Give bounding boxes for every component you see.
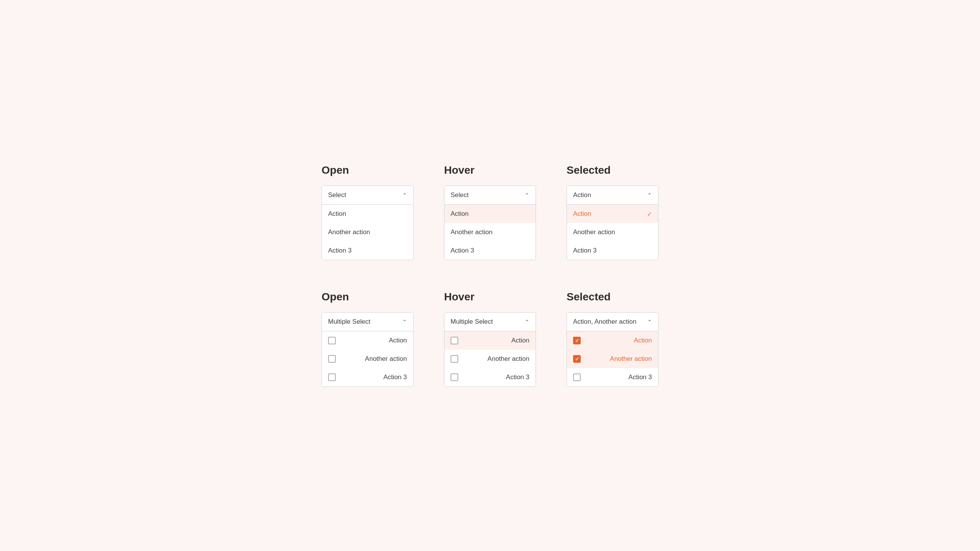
checkbox-another-selected[interactable] xyxy=(573,355,581,363)
dropdown-item-action3-open-single[interactable]: Action 3 xyxy=(322,241,413,260)
checkbox-action-selected[interactable] xyxy=(573,337,581,344)
dropdown-item-action-selected-single[interactable]: Action ✓ xyxy=(567,205,658,223)
item-label: Another action xyxy=(451,228,493,236)
dropdown-item-another-hover-multi[interactable]: Another action xyxy=(444,350,536,368)
item-label-action-hover-multi: Action xyxy=(511,337,529,344)
item-label-action-selected-multi: Action xyxy=(634,337,652,344)
dropdown-item-action3-selected-multi[interactable]: Action 3 xyxy=(567,368,658,386)
dropdown-item-another-selected-multi[interactable]: Another action xyxy=(567,350,658,368)
item-label-action3-selected-multi: Action 3 xyxy=(629,373,652,381)
item-label-another-hover-multi: Another action xyxy=(487,355,529,363)
main-container: Open Select ⌃ Action Another action xyxy=(291,141,689,410)
checkbox-action3-selected[interactable] xyxy=(573,373,581,381)
dropdown-selected-single[interactable]: Action ⌃ Action ✓ Another action Action … xyxy=(567,186,658,260)
dropdown-item-action-open-single[interactable]: Action xyxy=(322,205,413,223)
dropdown-item-another-hover-single[interactable]: Another action xyxy=(444,223,536,241)
dropdown-item-action3-selected-single[interactable]: Action 3 xyxy=(567,241,658,260)
dropdown-item-action3-hover-multi[interactable]: Action 3 xyxy=(444,368,536,386)
column-title-selected-multi: Selected xyxy=(567,291,658,303)
column-open-multi: Open Multiple Select ⌃ Action Another ac… xyxy=(322,291,413,387)
dropdown-item-action3-hover-single[interactable]: Action 3 xyxy=(444,241,536,260)
chevron-up-icon-hover-single: ⌃ xyxy=(525,192,529,198)
dropdown-list-hover-single: Action Another action Action 3 xyxy=(444,205,536,260)
dropdown-hover-multi[interactable]: Multiple Select ⌃ Action Another action … xyxy=(444,312,536,387)
column-title-open: Open xyxy=(322,164,413,176)
dropdown-list-selected-multi: Action Another action Action 3 xyxy=(567,331,658,386)
dropdown-list-hover-multi: Action Another action Action 3 xyxy=(444,331,536,386)
chevron-up-icon-hover-multi: ⌃ xyxy=(525,319,529,325)
chevron-up-icon-selected-single: ⌃ xyxy=(647,192,652,198)
dropdown-header-open-multi[interactable]: Multiple Select ⌃ xyxy=(322,313,413,331)
dropdown-item-another-open-multi[interactable]: Another action xyxy=(322,350,413,368)
checkbox-action-open[interactable] xyxy=(328,337,336,344)
column-open-single: Open Select ⌃ Action Another action xyxy=(322,164,413,260)
dropdown-header-text-selected-multi: Action, Another action xyxy=(573,318,636,326)
dropdown-header-hover-single[interactable]: Select ⌃ xyxy=(444,186,536,205)
chevron-up-icon-open-single: ⌃ xyxy=(402,192,407,198)
item-label-another-selected-multi: Another action xyxy=(610,355,652,363)
check-icon: ✓ xyxy=(647,210,652,218)
dropdown-header-selected-single[interactable]: Action ⌃ xyxy=(567,186,658,205)
dropdown-item-action-selected-multi[interactable]: Action xyxy=(567,331,658,350)
column-selected-single: Selected Action ⌃ Action ✓ Another actio… xyxy=(567,164,658,260)
single-select-row: Open Select ⌃ Action Another action xyxy=(322,164,658,260)
dropdown-header-text-open-multi: Multiple Select xyxy=(328,318,371,326)
checkbox-action3-hover[interactable] xyxy=(451,373,458,381)
dropdown-header-text-selected-single: Action xyxy=(573,191,591,199)
dropdown-item-action-hover-multi[interactable]: Action xyxy=(444,331,536,350)
dropdown-item-another-selected-single[interactable]: Another action xyxy=(567,223,658,241)
dropdown-header-text-open-single: Select xyxy=(328,191,346,199)
dropdown-selected-multi[interactable]: Action, Another action ⌃ Action Another … xyxy=(567,312,658,387)
column-selected-multi: Selected Action, Another action ⌃ Action… xyxy=(567,291,658,387)
item-label: Action xyxy=(451,210,469,218)
item-label: Action xyxy=(573,210,591,218)
column-title-hover-multi: Hover xyxy=(444,291,536,303)
item-label: Action xyxy=(328,210,346,218)
column-title-hover: Hover xyxy=(444,164,536,176)
item-label-action-open-multi: Action xyxy=(389,337,407,344)
column-title-open-multi: Open xyxy=(322,291,413,303)
dropdown-item-action3-open-multi[interactable]: Action 3 xyxy=(322,368,413,386)
chevron-up-icon-open-multi: ⌃ xyxy=(402,319,407,325)
chevron-up-icon-selected-multi: ⌃ xyxy=(647,319,652,325)
multi-select-row: Open Multiple Select ⌃ Action Another ac… xyxy=(322,291,658,387)
dropdown-header-text-hover-single: Select xyxy=(451,191,469,199)
checkbox-another-hover[interactable] xyxy=(451,355,458,363)
item-label-action3-open-multi: Action 3 xyxy=(384,373,407,381)
dropdown-header-selected-multi[interactable]: Action, Another action ⌃ xyxy=(567,313,658,331)
dropdown-list-open-multi: Action Another action Action 3 xyxy=(322,331,413,386)
dropdown-hover-single[interactable]: Select ⌃ Action Another action Action 3 xyxy=(444,186,536,260)
dropdown-open-multi[interactable]: Multiple Select ⌃ Action Another action … xyxy=(322,312,413,387)
column-hover-single: Hover Select ⌃ Action Another action xyxy=(444,164,536,260)
column-hover-multi: Hover Multiple Select ⌃ Action Another a… xyxy=(444,291,536,387)
dropdown-header-hover-multi[interactable]: Multiple Select ⌃ xyxy=(444,313,536,331)
checkbox-another-open[interactable] xyxy=(328,355,336,363)
checkbox-action-hover[interactable] xyxy=(451,337,458,344)
dropdown-item-action-open-multi[interactable]: Action xyxy=(322,331,413,350)
item-label: Another action xyxy=(328,228,370,236)
dropdown-item-another-open-single[interactable]: Another action xyxy=(322,223,413,241)
item-label-action3-hover-multi: Action 3 xyxy=(506,373,529,381)
item-label: Action 3 xyxy=(328,247,351,254)
item-label: Action 3 xyxy=(573,247,596,254)
item-label: Action 3 xyxy=(451,247,474,254)
dropdown-header-text-hover-multi: Multiple Select xyxy=(451,318,493,326)
dropdown-list-selected-single: Action ✓ Another action Action 3 xyxy=(567,205,658,260)
item-label: Another action xyxy=(573,228,615,236)
dropdown-list-open-single: Action Another action Action 3 xyxy=(322,205,413,260)
checkbox-action3-open[interactable] xyxy=(328,373,336,381)
item-label-another-open-multi: Another action xyxy=(365,355,407,363)
dropdown-item-action-hover-single[interactable]: Action xyxy=(444,205,536,223)
dropdown-open-single[interactable]: Select ⌃ Action Another action Action 3 xyxy=(322,186,413,260)
column-title-selected: Selected xyxy=(567,164,658,176)
dropdown-header-open-single[interactable]: Select ⌃ xyxy=(322,186,413,205)
